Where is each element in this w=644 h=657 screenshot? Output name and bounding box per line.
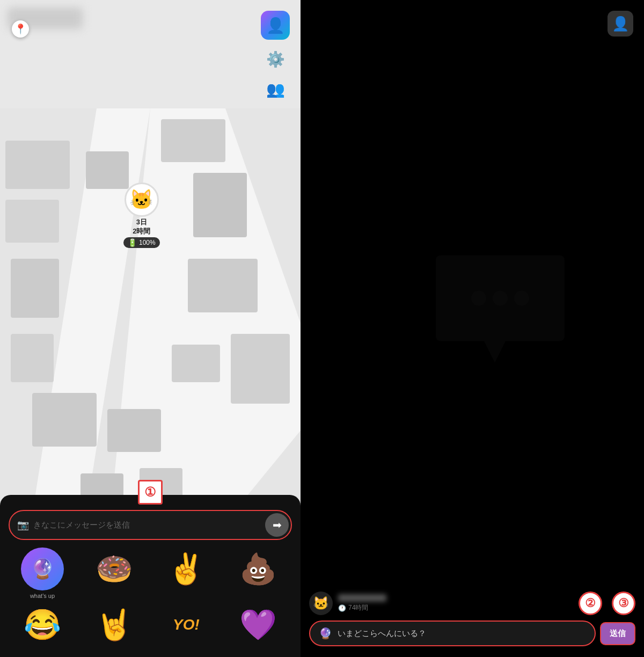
svg-point-20 [514,291,529,306]
chat-time: 74時間 [348,603,368,612]
peace-icon: ✌️ [165,548,208,590]
svg-rect-12 [231,334,290,404]
rock-icon: 🤘 [93,603,136,646]
chat-time-row: 🕐 74時間 [338,603,573,612]
battery-icon: 🔋 [128,238,137,247]
clock-icon: 🕐 [338,604,346,612]
sticker-donut[interactable]: 🍩 [80,548,148,599]
sticker-laugh[interactable]: 😂 [9,603,76,646]
svg-rect-6 [11,259,59,318]
svg-rect-15 [172,345,220,382]
annotation-3: ③ [612,592,635,615]
chat-user-info: 🕐 74時間 [338,594,573,612]
heart-icon: 💜 [237,603,280,646]
right-input-text: いまどこらへんにいる？ [338,629,426,639]
message-placeholder: きなこにメッセージを送信 [33,520,261,530]
settings-icon[interactable]: ⚙️ [265,48,286,70]
right-profile-button[interactable]: 👤 [608,11,633,36]
right-input-row: 🔮 いまどこらへんにいる？ 送信 [309,620,635,646]
marker-avatar: 🐱 [125,182,159,217]
map-marker[interactable]: 🐱 3日 2時間 🔋 100% [123,182,160,248]
chat-avatar: 🐱 [309,592,333,615]
send-button[interactable]: 送信 [600,622,635,645]
chat-bubble-area [430,250,570,381]
annotation-1: ① [138,480,163,505]
svg-rect-14 [107,409,161,452]
location-pin[interactable]: 📍 [12,20,29,38]
battery-badge: 🔋 100% [123,237,160,248]
add-friend-icon[interactable]: 👥 [265,78,286,100]
svg-rect-10 [193,173,247,237]
sticker-whatsup[interactable]: 🔮 what's up [9,548,76,599]
whatsup-icon: 🔮 [21,548,64,590]
whatsup-input-icon: 🔮 [319,627,332,640]
sticker-yo[interactable]: YO! [152,603,220,646]
sticker-heart[interactable]: 💜 [224,603,292,646]
poop-icon: 💩 [237,548,280,590]
camera-icon: 📷 [17,519,29,531]
svg-rect-9 [161,119,225,162]
svg-rect-7 [11,334,54,382]
donut-icon: 🍩 [93,548,136,590]
bottom-sheet: ① 📷 きなこにメッセージを送信 ➡ 🔮 what's up 🍩 ✌️ [0,495,301,657]
top-right-icons: 👤 ⚙️ 👥 [261,11,290,100]
annotation-2: ② [579,592,602,615]
whatsup-label: what's up [30,593,55,599]
message-input-row[interactable]: 📷 きなこにメッセージを送信 ➡ [9,510,292,540]
chat-username [338,594,573,603]
blurred-username [338,594,386,602]
right-message-input[interactable]: 🔮 いまどこらへんにいる？ [309,620,596,646]
svg-point-19 [493,291,508,306]
sticker-rock[interactable]: 🤘 [80,603,148,646]
right-panel: 👤 🐱 🕐 74時間 ② ③ [301,0,644,657]
right-bottom-area: 🐱 🕐 74時間 ② ③ 🔮 いまどこらへんにいる？ 送信 [301,585,644,657]
left-panel: 📍 👤 ⚙️ 👥 🐱 3日 2時間 🔋 100% ① 📷 [0,0,301,657]
profile-button[interactable]: 👤 [261,11,290,40]
svg-rect-13 [32,393,97,447]
svg-rect-5 [5,200,59,243]
svg-rect-11 [188,259,258,312]
sticker-grid: 🔮 what's up 🍩 ✌️ 💩 😂 🤘 YO! [9,548,292,646]
svg-rect-8 [86,151,129,189]
send-arrow-button[interactable]: ➡ [265,513,289,537]
sticker-poop[interactable]: 💩 [224,548,292,599]
laugh-icon: 😂 [21,603,64,646]
yo-icon: YO! [165,603,208,646]
chat-user-row: 🐱 🕐 74時間 ② ③ [309,592,635,615]
marker-time: 3日 2時間 [133,218,150,236]
svg-rect-4 [5,141,70,189]
sticker-peace[interactable]: ✌️ [152,548,220,599]
svg-point-18 [471,291,486,306]
